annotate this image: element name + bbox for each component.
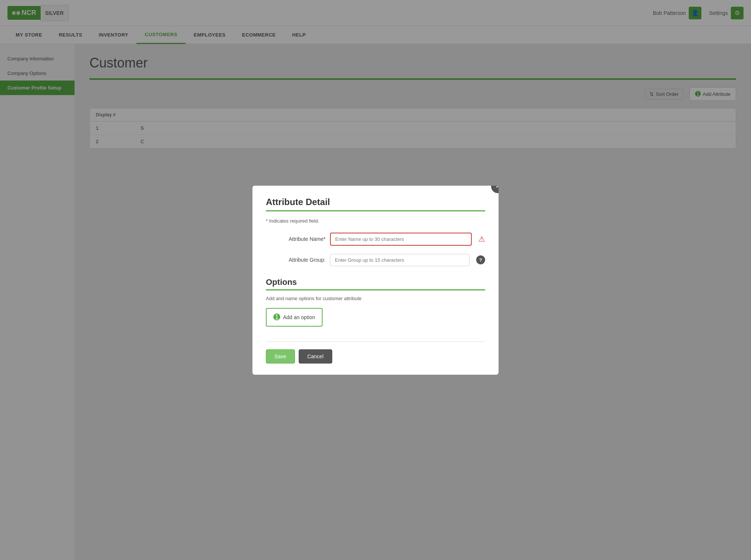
attribute-group-row: Attribute Group: ? [266,254,485,266]
attribute-name-label: Attribute Name* [266,236,326,242]
modal-overlay: × Attribute Detail * Indicates required … [0,0,751,560]
required-note: * Indicates required field. [266,218,485,224]
attribute-name-input[interactable] [330,233,472,246]
close-button[interactable]: × [491,186,499,193]
help-icon[interactable]: ? [476,255,485,264]
options-description: Add and name options for customer attrib… [266,296,485,301]
modal-title: Attribute Detail [266,197,485,207]
options-title-bar [266,289,485,290]
attribute-detail-modal: × Attribute Detail * Indicates required … [252,186,499,375]
options-section: Options Add and name options for custome… [266,277,485,327]
save-button[interactable]: Save [266,349,295,364]
attribute-group-input[interactable] [330,254,469,266]
error-icon: ⚠ [478,235,485,243]
attribute-group-label: Attribute Group: [266,257,326,263]
modal-title-bar [266,210,485,211]
add-option-button[interactable]: ➊ Add an option [266,308,323,327]
attribute-name-row: Attribute Name* ⚠ [266,233,485,246]
cancel-button[interactable]: Cancel [299,349,332,364]
modal-footer: Save Cancel [266,342,485,364]
add-option-label: Add an option [283,314,315,320]
add-option-icon: ➊ [273,312,280,322]
options-title: Options [266,277,485,287]
